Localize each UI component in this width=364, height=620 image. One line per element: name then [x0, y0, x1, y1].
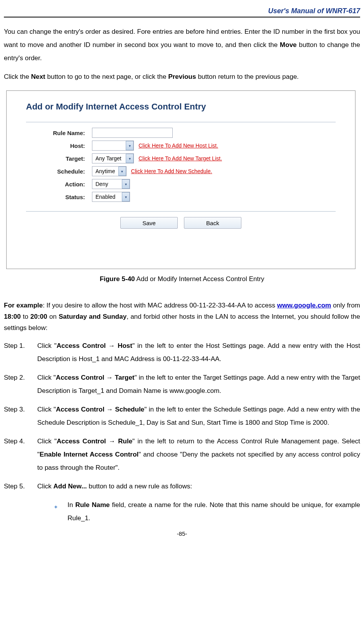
figure-screenshot: Add or Modify Internet Access Control En…	[6, 90, 355, 269]
figure-panel-title: Add or Modify Internet Access Control En…	[26, 102, 336, 112]
step-number: Step 5.	[4, 480, 25, 493]
chevron-down-icon: ▾	[118, 167, 126, 176]
label-schedule: Schedule:	[26, 168, 92, 175]
for-example-bold: For example	[4, 302, 43, 309]
bullet-rule-name: ✦ In Rule Name field, create a name for …	[4, 498, 360, 525]
access-control-host-bold: Access Control → Host	[57, 342, 132, 349]
cell-host: ▾ Click Here To Add New Host List.	[92, 141, 336, 151]
host-select[interactable]: ▾	[92, 141, 134, 151]
intro-paragraph-2: Click the Next button to go to the next …	[4, 70, 360, 83]
add-schedule-link[interactable]: Click Here To Add New Schedule.	[131, 168, 212, 174]
example-intro: For example: If you desire to allow the …	[4, 300, 360, 334]
add-new-bold: Add New...	[54, 483, 87, 490]
status-select-value: Enabled	[92, 194, 122, 200]
text-fragment: : If you desire to allow the host with M…	[43, 302, 277, 309]
add-target-link[interactable]: Click Here To Add New Target List.	[139, 155, 222, 162]
satsun-bold: Saturday and Sunday	[59, 313, 127, 320]
diamond-icon: ✦	[54, 502, 58, 512]
back-button[interactable]: Back	[184, 217, 241, 229]
enable-iac-bold: Enable Internet Access Control	[40, 451, 139, 458]
cell-action: Deny ▾	[92, 179, 336, 189]
next-bold: Next	[31, 73, 45, 80]
text-fragment: Click "	[37, 406, 56, 413]
label-host: Host:	[26, 142, 92, 149]
text-fragment: button return to the previous page.	[196, 73, 299, 80]
schedule-select-value: Anytime	[92, 168, 118, 174]
save-button[interactable]: Save	[120, 217, 178, 229]
text-fragment: to	[21, 313, 30, 320]
label-status: Status:	[26, 194, 92, 200]
header-title: User's Manual of WNRT-617	[4, 4, 360, 17]
schedule-select[interactable]: Anytime ▾	[92, 166, 127, 176]
target-select[interactable]: Any Target ▾	[92, 153, 134, 163]
add-host-link[interactable]: Click Here To Add New Host List.	[139, 142, 218, 149]
text-fragment: Click "	[37, 438, 57, 445]
access-control-rule-bold: Access Control → Rule	[57, 438, 132, 445]
intro-paragraph-1: You can change the entry's order as desi…	[4, 25, 360, 65]
text-fragment: only from	[331, 302, 360, 309]
time-2000: 20:00	[30, 313, 47, 320]
figure-caption-text: Add or Modify Internet Access Control En…	[135, 275, 265, 283]
status-select[interactable]: Enabled ▾	[92, 192, 130, 202]
figure-divider	[26, 122, 336, 122]
label-rule-name: Rule Name:	[26, 130, 92, 136]
previous-bold: Previous	[168, 73, 196, 80]
chevron-down-icon: ▾	[126, 154, 133, 163]
text-fragment: Click	[37, 483, 54, 490]
step-1: Step 1. Click "Access Control → Host" in…	[4, 339, 360, 366]
step-number: Step 4.	[4, 435, 25, 448]
text-fragment: button to add a new rule as follows:	[87, 483, 192, 490]
cell-target: Any Target ▾ Click Here To Add New Targe…	[92, 153, 336, 163]
step-5: Step 5. Click Add New... button to add a…	[4, 480, 360, 493]
form-grid: Rule Name: Host: ▾ Click Here To Add New…	[26, 128, 336, 202]
target-select-value: Any Target	[92, 155, 126, 162]
text-fragment: Click "	[37, 374, 56, 381]
access-control-schedule-bold: Access Control → Schedule	[56, 406, 144, 413]
step-4: Step 4. Click "Access Control → Rule" in…	[4, 435, 360, 474]
chevron-down-icon: ▾	[126, 141, 133, 150]
cell-rule-name	[92, 128, 336, 138]
figure-caption: Figure 5-40 Add or Modify Internet Acces…	[4, 275, 360, 283]
cell-status: Enabled ▾	[92, 192, 336, 202]
label-target: Target:	[26, 155, 92, 162]
step-number: Step 2.	[4, 371, 25, 384]
page-number: -85-	[4, 530, 360, 537]
label-action: Action:	[26, 181, 92, 188]
figure-number: Figure 5-40	[100, 275, 135, 283]
step-number: Step 1.	[4, 339, 25, 353]
text-fragment: field, create a name for the rule. Note …	[68, 501, 360, 522]
text-fragment: button to go to the next page, or click …	[45, 73, 168, 80]
action-select-value: Deny	[92, 181, 122, 187]
access-control-target-bold: Access Control → Target	[56, 374, 135, 381]
google-link[interactable]: www.google.com	[277, 302, 331, 309]
text-fragment: on	[47, 313, 59, 320]
text-fragment: Click the	[4, 73, 31, 80]
chevron-down-icon: ▾	[122, 192, 130, 201]
move-bold: Move	[280, 41, 296, 49]
chevron-down-icon: ▾	[122, 179, 130, 189]
text-fragment: Click "	[37, 342, 57, 349]
step-3: Step 3. Click "Access Control → Schedule…	[4, 403, 360, 429]
cell-schedule: Anytime ▾ Click Here To Add New Schedule…	[92, 166, 336, 176]
text-fragment: In	[68, 501, 75, 509]
action-select[interactable]: Deny ▾	[92, 179, 130, 189]
button-row: Save Back	[26, 217, 336, 229]
header-divider	[4, 17, 360, 17]
figure-divider-2	[26, 211, 336, 212]
rule-name-input[interactable]	[92, 128, 173, 138]
time-1800: 18:00	[4, 313, 21, 320]
rule-name-bold: Rule Name	[75, 501, 110, 509]
step-2: Step 2. Click "Access Control → Target" …	[4, 371, 360, 398]
step-number: Step 3.	[4, 403, 25, 416]
